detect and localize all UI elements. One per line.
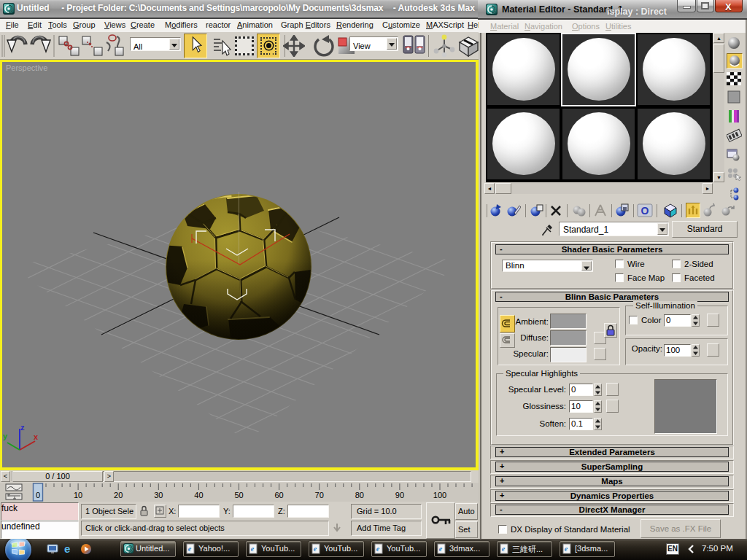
svg-text:80: 80 xyxy=(355,491,364,499)
svg-text:40: 40 xyxy=(194,491,203,499)
svg-text:100: 100 xyxy=(433,491,446,499)
svg-text:O: O xyxy=(641,205,649,217)
svg-text:10: 10 xyxy=(74,491,82,499)
svg-text:e: e xyxy=(439,545,443,553)
svg-text:e: e xyxy=(565,545,568,553)
svg-text:z: z xyxy=(20,423,25,432)
svg-text:20: 20 xyxy=(114,491,123,499)
svg-text:e: e xyxy=(314,545,317,553)
svg-text:x: x xyxy=(34,432,39,441)
svg-text:50: 50 xyxy=(234,491,243,499)
svg-text:0: 0 xyxy=(36,491,40,499)
svg-text:y: y xyxy=(3,432,8,440)
svg-text:60: 60 xyxy=(274,491,283,499)
svg-text:e: e xyxy=(376,545,380,553)
svg-text:30: 30 xyxy=(154,491,163,499)
svg-text:90: 90 xyxy=(395,491,404,499)
svg-text:e: e xyxy=(251,545,255,553)
svg-text:70: 70 xyxy=(315,491,324,499)
svg-text:e: e xyxy=(502,545,506,553)
svg-text:e: e xyxy=(188,545,192,553)
